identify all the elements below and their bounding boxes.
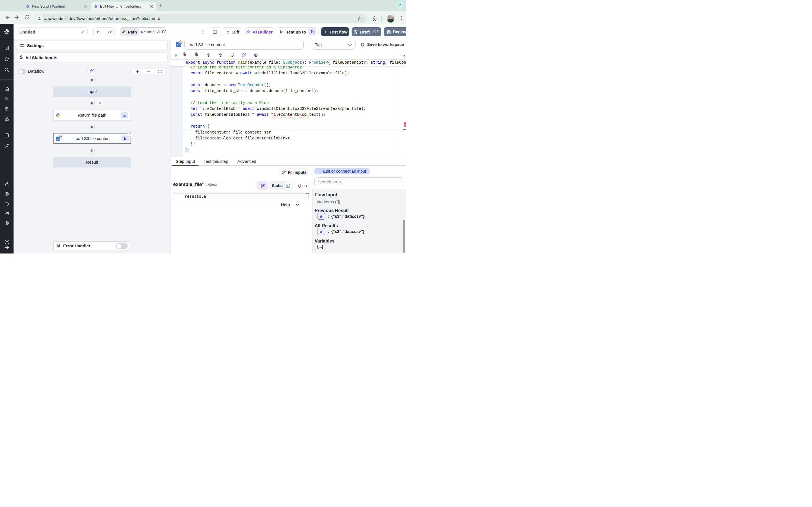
- svg-text:TS: TS: [57, 138, 60, 140]
